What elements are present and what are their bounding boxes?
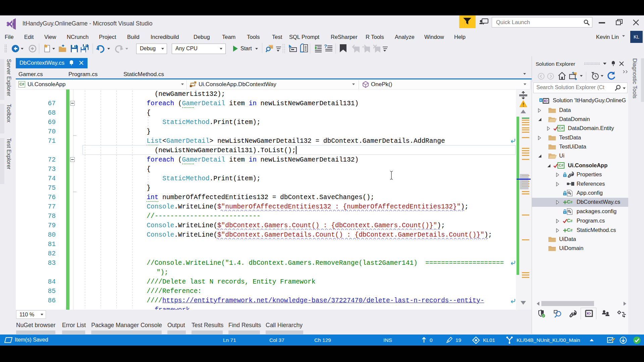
svg-text:?: ? — [324, 44, 327, 49]
